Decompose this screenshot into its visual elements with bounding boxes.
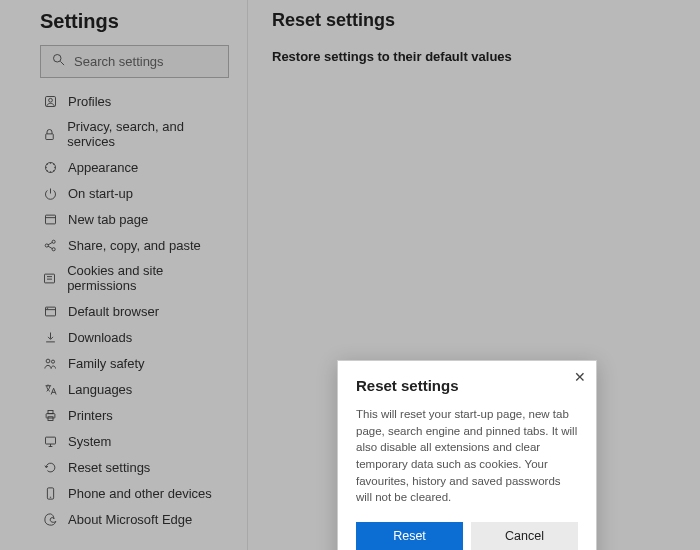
settings-app: Settings Profiles Privacy, search, and s… — [0, 0, 700, 550]
reset-button[interactable]: Reset — [356, 522, 463, 550]
reset-dialog: ✕ Reset settings This will reset your st… — [337, 360, 597, 550]
dialog-body: This will reset your start-up page, new … — [356, 406, 578, 506]
dialog-actions: Reset Cancel — [356, 522, 578, 550]
cancel-button[interactable]: Cancel — [471, 522, 578, 550]
dialog-title: Reset settings — [356, 377, 578, 394]
close-icon[interactable]: ✕ — [574, 369, 586, 385]
